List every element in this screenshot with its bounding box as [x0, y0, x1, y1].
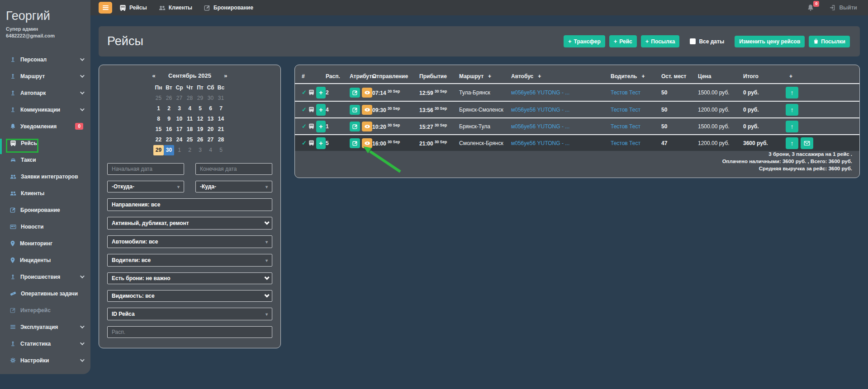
calendar-day[interactable]: 23 — [164, 135, 174, 145]
calendar-day[interactable]: 17 — [174, 124, 185, 135]
add-parcel-button[interactable]: + Посылка — [641, 35, 680, 47]
calendar-day[interactable]: 7 — [216, 103, 226, 114]
start-date-input[interactable] — [107, 163, 184, 175]
calendar-day[interactable]: 31 — [216, 93, 226, 103]
nav-tab-booking[interactable]: Бронирование — [204, 5, 253, 11]
end-date-input[interactable] — [195, 163, 272, 175]
calendar-day[interactable]: 11 — [185, 114, 195, 124]
sidebar-item-integrator-requests[interactable]: Заявки интеграторов — [0, 168, 90, 185]
sidebar-item-exploitation[interactable]: Эксплуатация — [0, 319, 90, 335]
calendar-day[interactable]: 27 — [205, 135, 216, 145]
calendar-day-range-end[interactable]: 30 — [164, 145, 174, 155]
sidebar-item-settings[interactable]: Настройки — [0, 352, 90, 369]
level-up-button[interactable]: ↑ — [786, 104, 798, 116]
calendar-day[interactable]: 26 — [164, 93, 174, 103]
add-booking-button[interactable]: + — [316, 87, 326, 98]
bus-link[interactable]: м056уе56 YUTONG - ... — [511, 107, 611, 113]
sidebar-item-notifications[interactable]: Уведомления 0 — [0, 118, 90, 135]
vehicles-select[interactable]: Автомобили: все▾ — [107, 235, 272, 248]
calendar-day[interactable]: 1 — [174, 145, 185, 155]
bus-link[interactable]: м056уе56 YUTONG - ... — [511, 89, 611, 96]
calendar-day[interactable]: 30 — [205, 93, 216, 103]
from-select[interactable]: -Откуда-▾ — [107, 181, 184, 192]
calendar-day[interactable]: 25 — [153, 93, 164, 103]
directions-multiselect[interactable]: Направления: все — [107, 198, 272, 211]
calendar-day[interactable]: 19 — [195, 124, 205, 135]
calendar-day[interactable]: 28 — [185, 93, 195, 103]
edit-trip-button[interactable] — [350, 105, 360, 115]
calendar-day[interactable]: 21 — [216, 124, 226, 135]
sidebar-item-route[interactable]: Маршрут — [0, 68, 90, 84]
calendar-day[interactable]: 25 — [185, 135, 195, 145]
sort-driver-button[interactable]: + — [641, 73, 645, 80]
sidebar-item-accidents[interactable]: Происшествия — [0, 268, 90, 285]
bus-link[interactable]: м056уе56 YUTONG - ... — [511, 140, 611, 146]
sidebar-item-incidents[interactable]: Инциденты — [0, 252, 90, 268]
calendar-day[interactable]: 1 — [153, 103, 164, 114]
drivers-select[interactable]: Водители: все▾ — [107, 254, 272, 267]
sidebar-item-fleet[interactable]: Автопарк — [0, 84, 90, 101]
rasp-input[interactable] — [107, 326, 272, 338]
sort-route-button[interactable]: + — [488, 73, 491, 80]
bookings-select[interactable]: Есть брони: не важно — [107, 272, 272, 284]
bus-link[interactable]: м056уе56 YUTONG - ... — [511, 123, 611, 130]
calendar-day[interactable]: 22 — [153, 135, 164, 145]
sidebar-item-personal[interactable]: Персонал — [0, 51, 90, 68]
add-booking-button[interactable]: + — [316, 104, 326, 116]
sidebar-item-clients[interactable]: Клиенты — [0, 185, 90, 202]
calendar-next-button[interactable]: » — [223, 72, 228, 79]
calendar-day[interactable]: 4 — [205, 145, 216, 155]
add-booking-button[interactable]: + — [316, 137, 326, 149]
calendar-day[interactable]: 2 — [185, 145, 195, 155]
calendar-day[interactable]: 4 — [185, 103, 195, 114]
calendar-day[interactable]: 16 — [164, 124, 174, 135]
calendar-day[interactable]: 26 — [195, 135, 205, 145]
checkbox-box[interactable] — [690, 38, 696, 44]
sidebar-item-booking[interactable]: Бронирование — [0, 202, 90, 218]
calendar-day[interactable]: 8 — [153, 114, 164, 124]
calendar-day[interactable]: 13 — [205, 114, 216, 124]
add-column-button[interactable]: + — [789, 73, 792, 80]
driver-link[interactable]: Тестов Тест — [611, 140, 661, 146]
calendar-day[interactable]: 5 — [195, 103, 205, 114]
calendar-prev-button[interactable]: « — [152, 72, 157, 79]
calendar-day[interactable]: 27 — [174, 93, 185, 103]
visibility-eye-button[interactable] — [362, 105, 372, 115]
sidebar-item-statistics[interactable]: Статистика — [0, 335, 90, 352]
calendar-day[interactable]: 12 — [195, 114, 205, 124]
calendar-day[interactable]: 20 — [205, 124, 216, 135]
add-transfer-button[interactable]: + Трансфер — [564, 35, 605, 47]
calendar-day[interactable]: 24 — [174, 135, 185, 145]
calendar-day[interactable]: 14 — [216, 114, 226, 124]
sidebar-item-operational-tasks[interactable]: Оперативные задачи — [0, 285, 90, 302]
all-dates-checkbox[interactable]: Все даты — [690, 38, 724, 45]
calendar-day[interactable]: 15 — [153, 124, 164, 135]
visibility-select[interactable]: Видимость: все — [107, 290, 272, 302]
trip-id-select[interactable]: ID Рейса▾ — [107, 308, 272, 320]
add-trip-button[interactable]: + Рейс — [609, 35, 637, 47]
send-mail-button[interactable] — [801, 137, 813, 149]
level-up-button[interactable]: ↑ — [786, 87, 798, 98]
driver-link[interactable]: Тестов Тест — [611, 107, 661, 113]
to-select[interactable]: -Куда-▾ — [195, 181, 272, 192]
logout-button[interactable]: Выйти — [830, 5, 857, 11]
status-select[interactable]: Активный, дубликат, ремонт — [107, 217, 272, 230]
level-up-button[interactable]: ↑ — [786, 137, 798, 149]
calendar-day[interactable]: 5 — [216, 145, 226, 155]
calendar-day[interactable]: 10 — [174, 114, 185, 124]
calendar-day[interactable]: 29 — [195, 93, 205, 103]
sort-bus-button[interactable]: + — [538, 73, 541, 80]
calendar-day[interactable]: 28 — [216, 135, 226, 145]
level-up-button[interactable]: ↑ — [786, 121, 798, 132]
calendar-day[interactable]: 3 — [195, 145, 205, 155]
change-trip-price-button[interactable]: Изменить цену рейсов — [735, 36, 805, 47]
visibility-eye-button[interactable] — [362, 88, 372, 98]
calendar-day[interactable]: 3 — [174, 103, 185, 114]
calendar-day[interactable]: 18 — [185, 124, 195, 135]
nav-tab-clients[interactable]: Клиенты — [159, 5, 192, 11]
calendar-day[interactable]: 2 — [164, 103, 174, 114]
edit-trip-button[interactable] — [350, 122, 360, 131]
calendar-day[interactable]: 6 — [205, 103, 216, 114]
sidebar-item-interface[interactable]: Интерфейс — [0, 302, 90, 319]
add-booking-button[interactable]: + — [316, 121, 326, 132]
